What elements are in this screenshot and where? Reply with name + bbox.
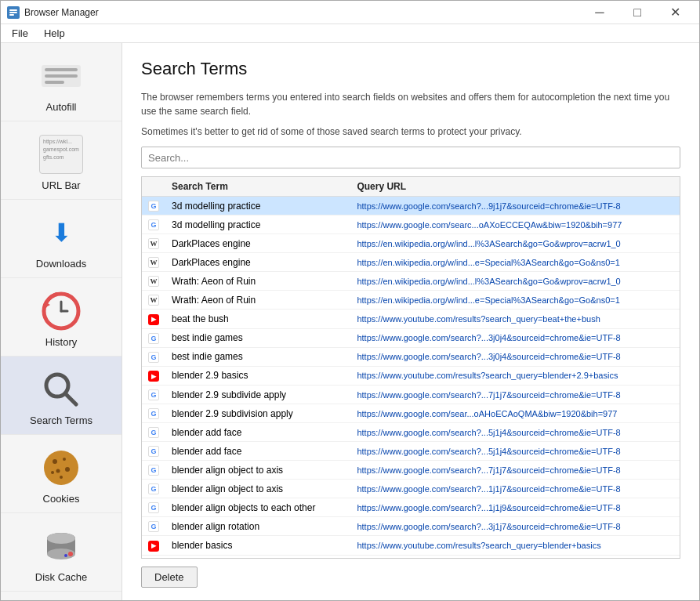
google-icon: G — [148, 427, 159, 438]
window-title: Browser Manager — [24, 7, 582, 18]
row-search-term: DarkPlaces engine — [165, 253, 350, 272]
autofill-label: Autofill — [45, 101, 76, 113]
sidebar: Autofill https://wkl... gamespot.com gft… — [1, 43, 122, 600]
table-row[interactable]: G3d modelling practicehttps://www.google… — [142, 215, 680, 234]
table-row[interactable]: Gblender best softwarehttps://www.google… — [142, 555, 680, 559]
svg-point-19 — [68, 552, 73, 556]
history-label: History — [45, 336, 77, 348]
row-source-icon: G — [142, 555, 165, 559]
table-header-row: Search Term Query URL — [142, 177, 680, 197]
google-icon: G — [148, 219, 159, 230]
table-row[interactable]: Gblender align object to axishttps://www… — [142, 461, 680, 480]
main-content: Search Terms The browser remembers terms… — [122, 43, 699, 600]
row-query-url: https://en.wikipedia.org/w/ind...l%3ASea… — [350, 272, 680, 291]
table-row[interactable]: Gblender add facehttps://www.google.com/… — [142, 423, 680, 442]
row-source-icon: G — [142, 517, 165, 536]
minimize-button[interactable]: ─ — [582, 1, 618, 24]
disk-cache-icon — [41, 526, 82, 567]
maximize-button[interactable]: □ — [619, 1, 655, 24]
row-query-url: https://www.google.com/search?...7j1j7&s… — [350, 461, 680, 480]
row-search-term: blender 2.9 basics — [165, 366, 350, 386]
svg-rect-3 — [9, 14, 14, 16]
menu-help[interactable]: Help — [36, 26, 73, 41]
app-icon — [7, 6, 20, 19]
table-row[interactable]: WDarkPlaces enginehttps://en.wikipedia.o… — [142, 253, 680, 272]
google-icon: G — [148, 389, 159, 400]
table-row[interactable]: Gblender 2.9 subdivide applyhttps://www.… — [142, 386, 680, 404]
sidebar-item-disk-cache[interactable]: Disk Cache — [1, 513, 122, 592]
urlbar-label: URL Bar — [42, 179, 80, 191]
row-source-icon: G — [142, 328, 165, 347]
sidebar-item-history[interactable]: History — [1, 278, 122, 357]
close-button[interactable]: ✕ — [657, 1, 693, 24]
sidebar-item-autofill[interactable]: Autofill — [1, 43, 122, 121]
google-icon: G — [148, 352, 159, 363]
row-source-icon: G — [142, 498, 165, 517]
row-source-icon: G — [142, 197, 165, 215]
row-search-term: Wrath: Aeon of Ruin — [165, 291, 350, 310]
table-row[interactable]: WWrath: Aeon of Ruinhttps://en.wikipedia… — [142, 291, 680, 310]
youtube-icon: ▶ — [148, 314, 159, 325]
row-source-icon: ▶ — [142, 536, 165, 556]
row-query-url: https://en.wikipedia.org/w/ind...e=Speci… — [350, 253, 680, 272]
table-row[interactable]: ▶beat the bushhttps://www.youtube.com/re… — [142, 310, 680, 329]
search-input[interactable] — [141, 147, 680, 168]
sidebar-item-downloads[interactable]: ⬇ Downloads — [1, 200, 122, 278]
row-query-url: https://en.wikipedia.org/w/ind...e=Speci… — [350, 291, 680, 310]
table-row[interactable]: WWrath: Aeon of Ruinhttps://en.wikipedia… — [142, 272, 680, 291]
row-source-icon: G — [142, 442, 165, 461]
row-search-term: blender 2.9 subdivision apply — [165, 404, 350, 423]
google-icon: G — [148, 483, 159, 494]
urlbar-icon-container: https://wkl... gamespot.com gfts.com — [39, 132, 83, 176]
row-search-term: blender best software — [165, 555, 350, 559]
row-search-term: blender align object to axis — [165, 480, 350, 498]
history-icon-container — [39, 289, 83, 333]
row-query-url: https://www.google.com/search?...3j1j7&s… — [350, 517, 680, 536]
url-line-3: gfts.com — [43, 154, 79, 160]
table-row[interactable]: Gbest indie gameshttps://www.google.com/… — [142, 328, 680, 347]
menu-file[interactable]: File — [4, 26, 36, 41]
row-source-icon: W — [142, 234, 165, 253]
sidebar-item-cookies[interactable]: Cookies — [1, 435, 122, 513]
row-query-url: https://www.google.com/search?...5j1j4&s… — [350, 423, 680, 442]
table-row[interactable]: Gblender add facehttps://www.google.com/… — [142, 442, 680, 461]
row-search-term: best indie games — [165, 347, 350, 366]
downloads-label: Downloads — [36, 258, 86, 270]
row-query-url: https://www.google.com/search?...3j1j4&s… — [350, 555, 680, 559]
menu-bar: File Help — [1, 24, 699, 43]
table-row[interactable]: ▶blender 2.9 basicshttps://www.youtube.c… — [142, 366, 680, 386]
sidebar-item-urlbar[interactable]: https://wkl... gamespot.com gfts.com URL… — [1, 121, 122, 200]
row-source-icon: W — [142, 291, 165, 310]
sidebar-item-search-terms[interactable]: Search Terms — [1, 357, 122, 435]
bottom-bar: Delete — [141, 567, 680, 588]
table-row[interactable]: WDarkPlaces enginehttps://en.wikipedia.o… — [142, 234, 680, 253]
table-row[interactable]: Gbest indie gameshttps://www.google.com/… — [142, 347, 680, 366]
table-row[interactable]: ▶blender basicshttps://www.youtube.com/r… — [142, 536, 680, 556]
youtube-icon: ▶ — [148, 541, 159, 552]
row-source-icon: W — [142, 272, 165, 291]
row-source-icon: ▶ — [142, 310, 165, 329]
table-row[interactable]: Gblender align rotationhttps://www.googl… — [142, 517, 680, 536]
delete-button[interactable]: Delete — [141, 567, 198, 588]
url-line-2: gamespot.com — [43, 147, 79, 152]
table-row[interactable]: Gblender 2.9 subdivision applyhttps://ww… — [142, 404, 680, 423]
row-source-icon: G — [142, 480, 165, 498]
table-row[interactable]: Gblender align object to axishttps://www… — [142, 480, 680, 498]
url-line-1: https://wkl... — [43, 139, 79, 144]
row-search-term: 3d modelling practice — [165, 197, 350, 215]
cookies-icon-container — [39, 446, 83, 490]
svg-rect-2 — [9, 12, 17, 13]
row-source-icon: W — [142, 253, 165, 272]
row-query-url: https://www.google.com/search?...7j1j7&s… — [350, 386, 680, 404]
downloads-arrow-icon: ⬇ — [51, 220, 72, 245]
cookies-icon — [41, 447, 82, 488]
table-row[interactable]: Gblender align objects to each otherhttp… — [142, 498, 680, 517]
page-description-1: The browser remembers terms you entered … — [141, 90, 674, 118]
col-query-url: Query URL — [350, 177, 680, 197]
col-search-term: Search Term — [165, 177, 350, 197]
table-row[interactable]: G3d modelling practicehttps://www.google… — [142, 197, 680, 215]
google-icon: G — [148, 521, 159, 532]
row-source-icon: G — [142, 461, 165, 480]
svg-point-14 — [51, 471, 54, 474]
row-source-icon: ▶ — [142, 366, 165, 386]
